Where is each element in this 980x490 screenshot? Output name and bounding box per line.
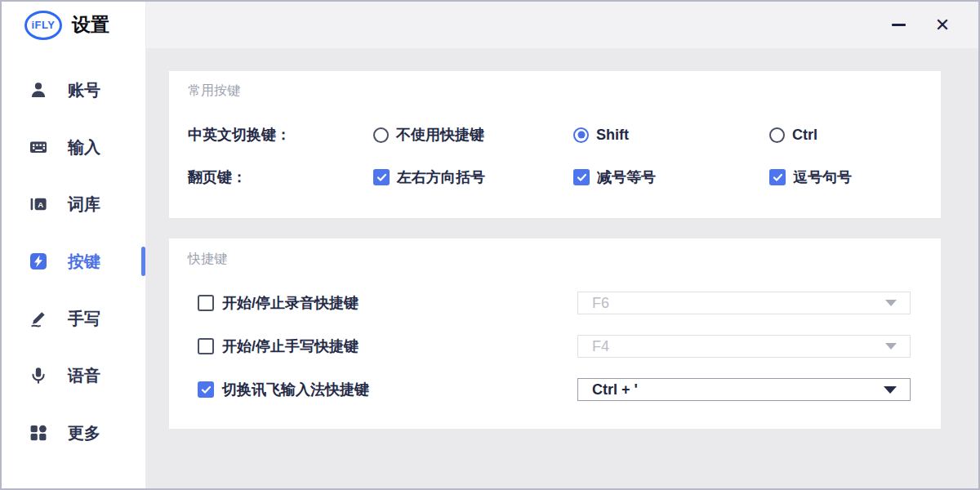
more-icon (29, 423, 48, 443)
sidebar-item-label: 账号 (68, 79, 100, 101)
section-title: 快捷键 (188, 251, 941, 269)
window-title: 设置 (72, 12, 109, 38)
chevron-down-icon (884, 386, 897, 394)
checkbox-handwriting-shortcut[interactable]: 开始/停止手写快捷键 (198, 336, 359, 356)
sidebar-item-label: 输入 (68, 136, 100, 158)
shortcut-rows: 开始/停止录音快捷键 F6 开始/停止手写快捷键 F4 (188, 292, 941, 401)
row-label: 翻页键： (188, 167, 373, 187)
microphone-icon (29, 366, 48, 385)
main-region: ✕ 常用按键 中英文切换键： 不使用快捷键 Shift (146, 2, 978, 488)
checkbox-checked-icon (373, 169, 390, 185)
sidebar-item-handwriting[interactable]: 手写 (2, 290, 145, 347)
row-label: 中英文切换键： (188, 125, 373, 145)
close-button[interactable]: ✕ (932, 15, 953, 36)
ifly-logo-icon: iFLY (24, 11, 62, 40)
minimize-button[interactable] (888, 15, 909, 36)
minimize-icon (892, 24, 906, 26)
section-title: 常用按键 (188, 82, 941, 100)
checkbox-comma-period[interactable]: 逗号句号 (769, 167, 941, 187)
checkbox-record-shortcut[interactable]: 开始/停止录音快捷键 (198, 293, 359, 313)
radio-icon (373, 127, 389, 143)
sidebar-item-keys[interactable]: 按键 (2, 233, 145, 290)
checkbox-switch-ime-shortcut[interactable]: 切换讯飞输入法快捷键 (198, 380, 369, 399)
radio-icon (769, 127, 785, 143)
handwriting-icon (29, 309, 48, 328)
checkbox-checked-icon (573, 169, 590, 185)
sidebar-item-dictionary[interactable]: A 词库 (2, 176, 145, 233)
svg-text:A: A (38, 200, 43, 209)
keypress-icon (29, 252, 48, 271)
record-shortcut-row: 开始/停止录音快捷键 F6 (188, 292, 941, 314)
checkbox-brackets[interactable]: 左右方向括号 (373, 167, 573, 187)
sidebar-item-label: 词库 (68, 194, 100, 216)
radio-shift[interactable]: Shift (573, 127, 769, 144)
sidebar-item-label: 语音 (68, 365, 100, 387)
shortcuts-card: 快捷键 开始/停止录音快捷键 F6 (169, 238, 941, 429)
checkbox-unchecked-icon (198, 295, 214, 311)
radio-no-shortcut[interactable]: 不使用快捷键 (373, 125, 573, 145)
brand: iFLY 设置 (2, 2, 145, 48)
checkbox-checked-icon (769, 169, 786, 185)
radio-ctrl[interactable]: Ctrl (769, 127, 941, 144)
common-keys-card: 常用按键 中英文切换键： 不使用快捷键 Shift Ctrl (169, 71, 941, 218)
handwriting-shortcut-row: 开始/停止手写快捷键 F4 (188, 335, 941, 358)
dictionary-icon: A (29, 194, 48, 214)
sidebar-item-label: 手写 (68, 308, 100, 330)
titlebar: ✕ (146, 2, 978, 48)
radio-selected-icon (573, 127, 589, 143)
checkbox-unchecked-icon (198, 338, 214, 354)
sidebar-nav: 账号 输入 A 词库 按键 (2, 48, 145, 461)
record-shortcut-select[interactable]: F6 (577, 292, 911, 314)
chevron-down-icon (885, 343, 897, 350)
lang-toggle-row: 中英文切换键： 不使用快捷键 Shift Ctrl (188, 122, 941, 147)
user-icon (29, 80, 48, 100)
chevron-down-icon (885, 300, 897, 306)
switch-ime-shortcut-row: 切换讯飞输入法快捷键 Ctrl + ' (188, 378, 941, 401)
checkbox-minus-equals[interactable]: 减号等号 (573, 167, 769, 187)
handwriting-shortcut-select[interactable]: F4 (577, 335, 911, 358)
settings-window: iFLY 设置 账号 输入 A 词库 (0, 0, 980, 490)
sidebar: iFLY 设置 账号 输入 A 词库 (2, 2, 146, 488)
settings-content: 常用按键 中英文切换键： 不使用快捷键 Shift Ctrl (146, 48, 978, 488)
keyboard-icon (29, 137, 48, 157)
close-icon: ✕ (935, 16, 950, 34)
checkbox-checked-icon (198, 381, 214, 398)
sidebar-item-label: 按键 (68, 251, 100, 273)
sidebar-item-label: 更多 (68, 422, 100, 444)
paging-keys-row: 翻页键： 左右方向括号 减号等号 逗号句号 (188, 165, 941, 189)
sidebar-item-voice[interactable]: 语音 (2, 347, 145, 404)
switch-ime-shortcut-select[interactable]: Ctrl + ' (577, 378, 911, 401)
sidebar-item-input[interactable]: 输入 (2, 118, 145, 176)
sidebar-item-more[interactable]: 更多 (2, 404, 145, 461)
logo-text: iFLY (32, 19, 56, 31)
sidebar-item-account[interactable]: 账号 (2, 61, 145, 118)
